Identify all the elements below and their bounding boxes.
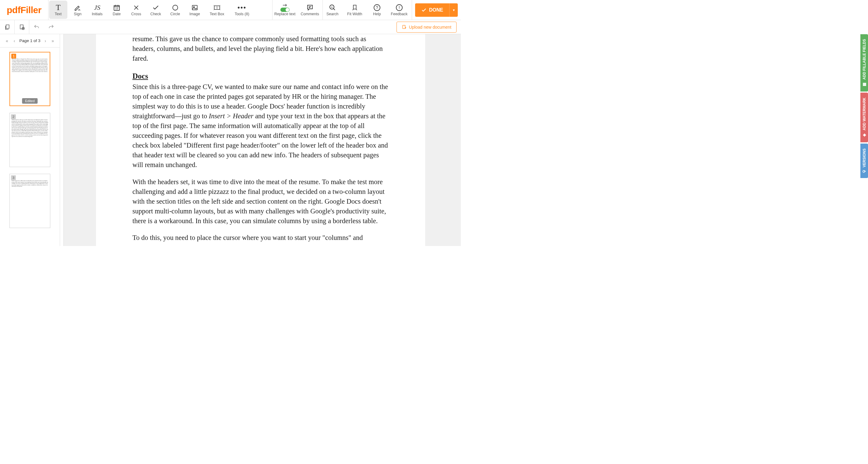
page-thumbnail-2[interactable]: 2 Table properties allow you set the dim… (9, 113, 50, 167)
pages-panel-toggle[interactable] (0, 20, 14, 34)
page-thumbnail-3[interactable]: 3 Verdict approach to Microsoft consider… (9, 174, 50, 228)
svg-text:15: 15 (115, 7, 118, 10)
search-tool[interactable]: A Search (323, 0, 342, 20)
date-label: Date (113, 12, 121, 16)
date-icon: 15 (113, 3, 120, 12)
page-indicator: Page 1 of 3 (19, 38, 40, 43)
page-gear-icon (19, 24, 25, 30)
text-tool[interactable]: T Text (49, 1, 67, 19)
check-icon (421, 7, 427, 13)
initials-tool[interactable]: JS Initials (88, 0, 107, 20)
redo-icon (48, 24, 54, 30)
cross-icon (133, 3, 140, 12)
text-label: Text (55, 12, 62, 16)
done-label: DONE (429, 7, 443, 13)
feedback-label: Feedback (391, 12, 407, 16)
svg-text:?: ? (376, 5, 378, 10)
search-label: Search (327, 12, 339, 16)
tools-label: Tools (8) (235, 12, 249, 16)
initials-label: Initials (92, 12, 102, 16)
date-tool[interactable]: 15 Date (107, 0, 126, 20)
main-toolbar: pdfFiller T Text Sign JS Initials 15 Dat… (0, 0, 461, 20)
comments-label: Comments (301, 12, 319, 16)
feedback-icon: ! (396, 3, 403, 12)
search-icon: A (329, 3, 336, 12)
help-tool[interactable]: ? Help (367, 0, 387, 20)
sign-tool[interactable]: Sign (68, 0, 88, 20)
image-label: Image (189, 12, 200, 16)
textbox-icon: T (213, 3, 221, 12)
thumb-number: 1 (11, 54, 16, 59)
done-group: DONE ▾ (412, 0, 461, 20)
page-navigator: « ‹ Page 1 of 3 › » (0, 34, 60, 48)
svg-text:!: ! (399, 5, 400, 10)
svg-text:T: T (216, 6, 218, 9)
fit-icon (351, 3, 358, 12)
done-button[interactable]: DONE (415, 3, 449, 17)
textbox-tool[interactable]: T Text Box (205, 0, 229, 20)
sub-left (0, 20, 59, 34)
cross-tool[interactable]: Cross (126, 0, 146, 20)
replace-label: Replace text (274, 12, 295, 16)
svg-text:A: A (331, 6, 333, 8)
replace-text-tool[interactable]: Replace text (273, 0, 298, 20)
thumbnail-list: 1 Microsoft Word vs Google Docs Which do… (0, 48, 60, 246)
svg-point-2 (173, 5, 178, 10)
page-settings[interactable] (14, 20, 29, 34)
page-sidebar: « ‹ Page 1 of 3 › » 1 Microsoft Word vs … (0, 34, 60, 246)
check-tool[interactable]: Check (146, 0, 165, 20)
page-thumbnail-1[interactable]: 1 Microsoft Word vs Google Docs Which do… (9, 52, 50, 106)
section-heading: Docs (132, 71, 389, 82)
logo: pdfFiller (0, 5, 48, 15)
svg-rect-3 (192, 5, 197, 10)
textbox-label: Text Box (210, 12, 224, 16)
check-label: Check (150, 12, 161, 16)
paragraph: To do this, you need to place the cursor… (132, 233, 389, 243)
prev-page-button[interactable]: ‹ (12, 37, 17, 44)
fit-label: Fit Width (347, 12, 362, 16)
edited-badge: Edited (22, 98, 37, 104)
svg-rect-14 (6, 25, 9, 28)
toggle-icon (280, 3, 289, 12)
right-tools-2: A Search Fit Width ? Help ! Feedback (322, 0, 412, 20)
circle-icon (172, 3, 179, 12)
text-icon: T (56, 3, 61, 12)
document-canvas[interactable]: resume. This gave us the chance to compa… (60, 34, 461, 246)
thumb-number: 2 (11, 114, 16, 119)
circle-label: Circle (170, 12, 180, 16)
last-page-button[interactable]: » (50, 37, 55, 44)
initials-icon: JS (94, 3, 100, 12)
comments-tool[interactable]: Comments (298, 0, 322, 20)
comment-icon (306, 3, 314, 12)
thumb-preview: Table properties allow you set the dimen… (11, 119, 48, 137)
image-icon (191, 3, 198, 12)
first-page-button[interactable]: « (5, 37, 9, 44)
circle-tool[interactable]: Circle (165, 0, 185, 20)
more-tools[interactable]: ••• Tools (8) (229, 0, 254, 20)
next-page-button[interactable]: › (43, 37, 48, 44)
image-tool[interactable]: Image (185, 0, 205, 20)
paragraph: resume. This gave us the chance to compa… (132, 34, 389, 63)
undo-button[interactable] (29, 20, 44, 34)
upload-document-button[interactable]: Upload new document (397, 22, 457, 33)
chevron-down-icon: ▾ (453, 8, 455, 12)
paragraph: Since this is a three-page CV, we wanted… (132, 82, 389, 169)
sign-label: Sign (74, 12, 82, 16)
feedback-tool[interactable]: ! Feedback (387, 0, 412, 20)
redo-button[interactable] (44, 20, 59, 34)
edit-tools-group: T Text Sign JS Initials 15 Date Cross (48, 0, 254, 20)
fit-width-tool[interactable]: Fit Width (342, 0, 367, 20)
upload-icon (402, 25, 407, 30)
document-page[interactable]: resume. This gave us the chance to compa… (96, 34, 425, 246)
help-icon: ? (373, 3, 381, 12)
pages-icon (4, 24, 10, 30)
thumb-number: 3 (11, 175, 16, 180)
svg-rect-9 (353, 5, 356, 9)
sub-toolbar: Upload new document (0, 20, 461, 34)
paragraph: With the headers set, it was time to div… (132, 177, 389, 226)
svg-rect-18 (403, 25, 405, 29)
help-label: Help (373, 12, 381, 16)
cross-label: Cross (131, 12, 142, 16)
done-dropdown[interactable]: ▾ (449, 3, 458, 17)
check-icon (152, 3, 159, 12)
